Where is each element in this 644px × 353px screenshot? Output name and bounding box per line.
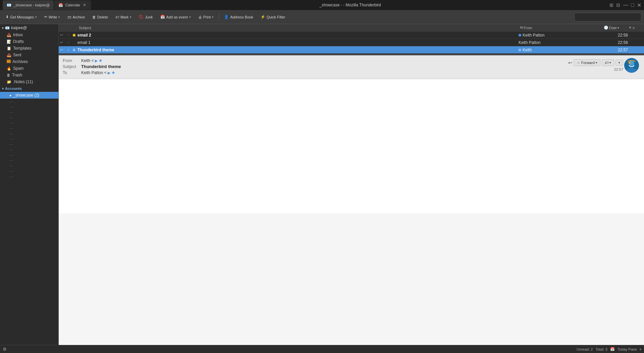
sidebar-item-sent[interactable]: 📤 Sent — [0, 52, 58, 58]
forward-button[interactable]: → Forward ▾ — [574, 59, 600, 66]
from-star[interactable]: ★ — [99, 58, 103, 63]
email-star-1[interactable]: ☆ — [67, 40, 73, 45]
reply-icon-2: ↩ — [60, 48, 63, 52]
sidebar-section-accounts[interactable]: ▾ Accounts — [0, 85, 58, 92]
email-subject-text-0: email 2 — [77, 33, 91, 38]
tab-calendar-close[interactable]: ✕ — [82, 3, 87, 7]
print-arrow: ▾ — [212, 15, 214, 19]
address-book-icon: 👤 — [224, 15, 229, 19]
today-pane-label[interactable]: Today Pane — [618, 347, 637, 351]
email-from-row: From Keith < ▶ ★ — [63, 58, 568, 63]
email-reply-0: ↩ — [60, 33, 67, 37]
mark-arrow: ▾ — [130, 15, 131, 19]
sidebar-dot-item-11[interactable]: — — [0, 158, 58, 163]
sidebar-dot-item-10[interactable]: — — [0, 152, 58, 158]
quick-filter-button[interactable]: ⚡ Quick Filter — [258, 12, 288, 22]
write-icon: ✏ — [44, 15, 47, 19]
sidebar: ▾ 📧 kaipee@ 📥 Inbox 📝 Drafts 📋 Templates… — [0, 24, 59, 345]
email-subject-text-1: email 1 — [77, 40, 91, 45]
print-button[interactable]: 🖨 Print ▾ — [195, 12, 217, 22]
sidebar-dot-item-4[interactable]: — — [0, 120, 58, 125]
sidebar-item-showcase[interactable]: ● _showcase (2) — [0, 92, 58, 99]
tab-calendar-label: Calendar — [65, 3, 80, 7]
window-close[interactable]: ✕ — [637, 2, 641, 8]
sidebar-dot-item-0[interactable]: — — [0, 99, 58, 104]
accounts-chevron: ▾ — [2, 87, 4, 91]
subject-label: Subject — [63, 64, 81, 69]
sidebar-dot-item-12[interactable]: — — [0, 163, 58, 168]
to-star[interactable]: ★ — [111, 70, 115, 75]
archive-icon: 🗃 — [67, 15, 71, 19]
email-star-2[interactable]: ☆ — [67, 48, 73, 52]
reply-back-icon[interactable]: ↩ — [568, 60, 572, 65]
total-count: Total: 3 — [595, 347, 607, 351]
sidebar-item-notes[interactable]: 📁 .Notes (11) — [0, 78, 58, 85]
email-star-0[interactable]: ☆ — [67, 33, 73, 37]
email-dot-0 — [73, 33, 77, 38]
preview-actions: ↩ → Forward ▾ 🏷 ▾ ▾ — [568, 59, 623, 66]
tag-button[interactable]: 🏷 ▾ — [602, 59, 614, 66]
email-row-2[interactable]: ↩ ☆ Thunderbird theme Keith 22:57 — [59, 46, 644, 54]
account-label: kaipee@ — [11, 25, 27, 30]
add-as-event-button[interactable]: 📅 Add as event ▾ — [157, 12, 194, 22]
sidebar-item-archives[interactable]: Archives — [0, 58, 58, 65]
sidebar-dot-item-5[interactable]: — — [0, 125, 58, 131]
svg-point-3 — [629, 62, 631, 64]
sidebar-item-templates[interactable]: 📋 Templates — [0, 45, 58, 52]
sidebar-sub-items: ——————————————— — [0, 99, 58, 179]
window-minimize[interactable]: — — [623, 2, 628, 8]
sidebar-dot-item-14[interactable]: — — [0, 174, 58, 179]
junk-button[interactable]: 🚫 Junk — [136, 12, 156, 22]
window-maximize[interactable]: □ — [631, 2, 634, 8]
junk-icon: 🚫 — [139, 15, 144, 19]
email-subject-0: email 2 — [77, 33, 519, 38]
event-icon: 📅 — [160, 15, 165, 19]
spam-icon: 🔥 — [7, 66, 11, 71]
window-btn-2[interactable]: ⊟ — [616, 2, 620, 8]
sidebar-account[interactable]: ▾ 📧 kaipee@ — [0, 24, 58, 32]
titlebar: 📧 _showcase - kaipee@ 📅 Calendar ✕ _show… — [0, 0, 644, 10]
window-controls: ⊞ ⊟ — □ ✕ — [609, 2, 641, 8]
search-input[interactable] — [574, 13, 641, 21]
email-from-2: Keith — [519, 48, 592, 52]
email-row-0[interactable]: ↩ ☆ email 2 Keith Patton 22:58 — [59, 32, 644, 39]
write-arrow: ▾ — [58, 15, 60, 19]
tab-showcase[interactable]: 📧 _showcase - kaipee@ — [3, 0, 54, 10]
to-arrow[interactable]: ▶ — [108, 71, 110, 75]
forward-icon: → — [577, 61, 580, 65]
sidebar-item-spam[interactable]: 🔥 Spam — [0, 65, 58, 72]
sidebar-dot-item-9[interactable]: — — [0, 147, 58, 152]
archive-button[interactable]: 🗃 Archive — [64, 12, 88, 22]
get-messages-button[interactable]: ⬇ Get Messages ▾ — [3, 12, 40, 22]
column-header-from[interactable]: ✉ From — [519, 25, 592, 30]
sidebar-item-drafts[interactable]: 📝 Drafts — [0, 38, 58, 45]
tab-calendar[interactable]: 📅 Calendar ✕ — [54, 0, 91, 10]
column-header-date[interactable]: 🕐 Date ▾ — [602, 25, 629, 30]
sidebar-dot-item-2[interactable]: — — [0, 109, 58, 115]
account-icon: 📧 — [5, 26, 10, 30]
sidebar-dot-item-3[interactable]: — — [0, 115, 58, 120]
address-book-button[interactable]: 👤 Address Book — [221, 12, 256, 22]
mark-button[interactable]: 🏷 Mark ▾ — [112, 12, 135, 22]
email-row-1[interactable]: ↩ ☆ email 1 Keith Patton 22:58 — [59, 39, 644, 46]
account-chevron: ▾ — [2, 26, 4, 30]
col-settings-icon[interactable]: ≡ — [633, 26, 635, 30]
delete-button[interactable]: 🗑 Delete — [89, 12, 111, 22]
column-header-subject[interactable]: Subject — [77, 26, 519, 30]
from-arrow[interactable]: ▶ — [95, 59, 98, 63]
more-button[interactable]: ▾ — [615, 60, 623, 66]
today-pane-arrow[interactable]: ▾ — [640, 348, 641, 351]
sidebar-dot-item-7[interactable]: — — [0, 136, 58, 141]
sidebar-item-inbox[interactable]: 📥 Inbox — [0, 32, 58, 38]
sidebar-dot-item-6[interactable]: — — [0, 131, 58, 136]
write-button[interactable]: ✏ Write ▾ — [41, 12, 63, 22]
sidebar-dot-item-8[interactable]: — — [0, 141, 58, 147]
sidebar-dot-item-13[interactable]: — — [0, 168, 58, 174]
sidebar-item-archives-label: Archives — [12, 59, 28, 64]
window-btn-1[interactable]: ⊞ — [609, 2, 613, 8]
sent-icon: 📤 — [7, 53, 11, 57]
col-expand-icon[interactable]: ▾ — [629, 25, 631, 30]
sidebar-item-trash[interactable]: 🗑 Trash — [0, 72, 58, 78]
sidebar-dot-item-1[interactable]: — — [0, 104, 58, 109]
delete-icon: 🗑 — [92, 15, 96, 19]
